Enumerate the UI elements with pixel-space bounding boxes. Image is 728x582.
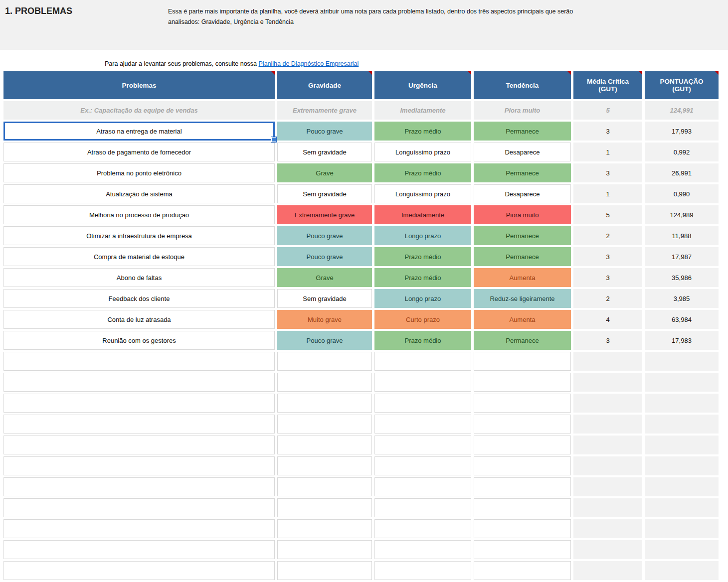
tendencia-cell[interactable]: Aumenta xyxy=(474,310,571,329)
example-tendencia-cell[interactable]: Piora muito xyxy=(474,101,571,120)
empty-tendencia-cell[interactable] xyxy=(474,519,571,538)
problema-cell[interactable]: Atualização de sistema xyxy=(3,184,275,203)
tendencia-cell[interactable]: Aumenta xyxy=(474,268,571,287)
pontuacao-cell[interactable]: 35,986 xyxy=(645,268,719,287)
empty-tendencia-cell[interactable] xyxy=(474,352,571,371)
urgencia-cell[interactable]: Prazo médio xyxy=(374,122,471,141)
gravidade-cell[interactable]: Sem gravidade xyxy=(277,289,372,308)
empty-urgencia-cell[interactable] xyxy=(374,415,471,434)
empty-urgencia-cell[interactable] xyxy=(374,477,471,496)
example-media-cell[interactable]: 5 xyxy=(573,101,642,120)
urgencia-cell[interactable]: Imediatamente xyxy=(374,205,471,224)
gravidade-cell[interactable]: Extremamente grave xyxy=(277,205,372,224)
empty-gravidade-cell[interactable] xyxy=(277,436,372,454)
empty-tendencia-cell[interactable] xyxy=(474,415,571,434)
gravidade-cell[interactable]: Grave xyxy=(277,163,372,182)
urgencia-cell[interactable]: Longo prazo xyxy=(374,226,471,245)
empty-problema-cell[interactable] xyxy=(3,561,275,580)
urgencia-cell[interactable]: Longuíssimo prazo xyxy=(374,143,471,161)
problema-cell[interactable]: Conta de luz atrasada xyxy=(3,310,275,329)
tendencia-cell[interactable]: Permanece xyxy=(474,247,571,266)
empty-pontuacao-cell[interactable] xyxy=(645,394,719,413)
pontuacao-cell[interactable]: 26,991 xyxy=(645,163,719,182)
empty-tendencia-cell[interactable] xyxy=(474,561,571,580)
empty-urgencia-cell[interactable] xyxy=(374,436,471,454)
empty-urgencia-cell[interactable] xyxy=(374,456,471,475)
empty-problema-cell[interactable] xyxy=(3,477,275,496)
gravidade-cell[interactable]: Grave xyxy=(277,268,372,287)
empty-problema-cell[interactable] xyxy=(3,456,275,475)
header-urgencia[interactable]: Urgência xyxy=(374,71,471,99)
empty-media-critica-cell[interactable] xyxy=(573,540,642,559)
pontuacao-cell[interactable]: 63,984 xyxy=(645,310,719,329)
empty-pontuacao-cell[interactable] xyxy=(645,456,719,475)
header-pontuacao[interactable]: PONTUAÇÃO (GUT) xyxy=(645,71,719,99)
gravidade-cell[interactable]: Sem gravidade xyxy=(277,143,372,161)
media-critica-cell[interactable]: 3 xyxy=(573,268,642,287)
problema-cell[interactable]: Feedback dos cliente xyxy=(3,289,275,308)
problema-cell[interactable]: Reunião com os gestores xyxy=(3,331,275,350)
empty-gravidade-cell[interactable] xyxy=(277,352,372,371)
empty-media-critica-cell[interactable] xyxy=(573,394,642,413)
empty-media-critica-cell[interactable] xyxy=(573,498,642,517)
urgencia-cell[interactable]: Prazo médio xyxy=(374,268,471,287)
gravidade-cell[interactable]: Pouco grave xyxy=(277,122,372,141)
tendencia-cell[interactable]: Permanece xyxy=(474,226,571,245)
empty-problema-cell[interactable] xyxy=(3,415,275,434)
empty-gravidade-cell[interactable] xyxy=(277,540,372,559)
empty-gravidade-cell[interactable] xyxy=(277,519,372,538)
empty-pontuacao-cell[interactable] xyxy=(645,415,719,434)
empty-gravidade-cell[interactable] xyxy=(277,373,372,392)
empty-gravidade-cell[interactable] xyxy=(277,561,372,580)
empty-problema-cell[interactable] xyxy=(3,352,275,371)
empty-urgencia-cell[interactable] xyxy=(374,373,471,392)
media-critica-cell[interactable]: 5 xyxy=(573,205,642,224)
empty-tendencia-cell[interactable] xyxy=(474,394,571,413)
empty-urgencia-cell[interactable] xyxy=(374,561,471,580)
urgencia-cell[interactable]: Prazo médio xyxy=(374,247,471,266)
selection-fill-handle[interactable] xyxy=(271,137,276,142)
tendencia-cell[interactable]: Piora muito xyxy=(474,205,571,224)
empty-pontuacao-cell[interactable] xyxy=(645,561,719,580)
problema-cell[interactable]: Atraso de pagamento de fornecedor xyxy=(3,143,275,161)
tendencia-cell[interactable]: Reduz-se ligeiramente xyxy=(474,289,571,308)
empty-gravidade-cell[interactable] xyxy=(277,498,372,517)
media-critica-cell[interactable]: 3 xyxy=(573,163,642,182)
media-critica-cell[interactable]: 3 xyxy=(573,122,642,141)
media-critica-cell[interactable]: 2 xyxy=(573,289,642,308)
empty-urgencia-cell[interactable] xyxy=(374,352,471,371)
urgencia-cell[interactable]: Longo prazo xyxy=(374,289,471,308)
problema-cell[interactable]: Otimizar a infraestrutura de empresa xyxy=(3,226,275,245)
empty-media-critica-cell[interactable] xyxy=(573,519,642,538)
pontuacao-cell[interactable]: 17,987 xyxy=(645,247,719,266)
pontuacao-cell[interactable]: 11,988 xyxy=(645,226,719,245)
problema-cell[interactable]: Atraso na entrega de material xyxy=(3,122,275,141)
empty-gravidade-cell[interactable] xyxy=(277,394,372,413)
urgencia-cell[interactable]: Prazo médio xyxy=(374,163,471,182)
tendencia-cell[interactable]: Desaparece xyxy=(474,184,571,203)
empty-gravidade-cell[interactable] xyxy=(277,477,372,496)
problema-cell[interactable]: Compra de material de estoque xyxy=(3,247,275,266)
media-critica-cell[interactable]: 2 xyxy=(573,226,642,245)
gravidade-cell[interactable]: Pouco grave xyxy=(277,331,372,350)
urgencia-cell[interactable]: Longuíssimo prazo xyxy=(374,184,471,203)
empty-pontuacao-cell[interactable] xyxy=(645,352,719,371)
gravidade-cell[interactable]: Pouco grave xyxy=(277,226,372,245)
empty-gravidade-cell[interactable] xyxy=(277,415,372,434)
header-media-critica[interactable]: Média Crítica (GUT) xyxy=(573,71,642,99)
pontuacao-cell[interactable]: 0,992 xyxy=(645,143,719,161)
media-critica-cell[interactable]: 1 xyxy=(573,143,642,161)
empty-media-critica-cell[interactable] xyxy=(573,561,642,580)
empty-tendencia-cell[interactable] xyxy=(474,540,571,559)
empty-problema-cell[interactable] xyxy=(3,394,275,413)
empty-tendencia-cell[interactable] xyxy=(474,456,571,475)
empty-tendencia-cell[interactable] xyxy=(474,477,571,496)
gravidade-cell[interactable]: Sem gravidade xyxy=(277,184,372,203)
empty-media-critica-cell[interactable] xyxy=(573,415,642,434)
tendencia-cell[interactable]: Permanece xyxy=(474,163,571,182)
example-problema-cell[interactable]: Ex.: Capacitação da equipe de vendas xyxy=(3,101,275,120)
tendencia-cell[interactable]: Permanece xyxy=(474,331,571,350)
empty-urgencia-cell[interactable] xyxy=(374,394,471,413)
empty-urgencia-cell[interactable] xyxy=(374,519,471,538)
header-tendencia[interactable]: Tendência xyxy=(474,71,571,99)
